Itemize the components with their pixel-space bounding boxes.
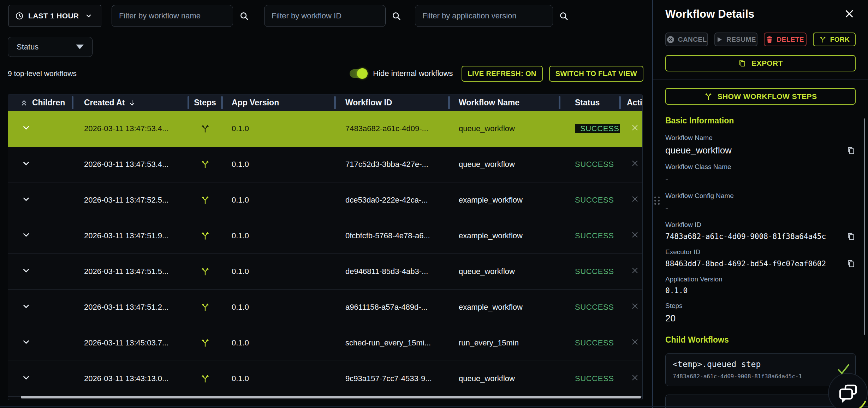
panel-resize-handle[interactable] <box>654 197 660 205</box>
table-row[interactable]: 2026-03-11 13:43:13.0... 0.1.0 9c93a157-… <box>8 361 642 397</box>
dismiss-icon[interactable] <box>630 337 640 346</box>
steps-cell[interactable] <box>188 231 222 241</box>
table-row[interactable]: 2026-03-11 13:47:51.2... 0.1.0 a9611158-… <box>8 290 642 325</box>
copy-icon[interactable] <box>846 146 856 155</box>
column-divider[interactable] <box>619 96 621 109</box>
dismiss-icon[interactable] <box>630 373 640 382</box>
collapse-all-icon[interactable] <box>20 99 28 107</box>
show-workflow-steps-button[interactable]: SHOW WORKFLOW STEPS <box>665 88 856 105</box>
dismiss-icon[interactable] <box>630 230 640 239</box>
time-range-label: LAST 1 HOUR <box>28 12 79 20</box>
expand-children-cell[interactable] <box>8 302 72 313</box>
created-at-cell: 2026-03-11 13:43:13.0... <box>72 374 188 383</box>
expand-children-cell[interactable] <box>8 159 72 170</box>
chevron-down-icon[interactable] <box>22 373 31 382</box>
expand-children-cell[interactable] <box>8 337 72 349</box>
detail-field-value: 0.1.0 <box>665 286 688 295</box>
expand-children-cell[interactable] <box>8 266 72 277</box>
chevron-down-icon <box>85 13 92 19</box>
column-header-app-version[interactable]: App Version <box>222 94 335 111</box>
steps-cell[interactable] <box>188 338 222 348</box>
horizontal-scrollbar[interactable] <box>8 396 642 400</box>
expand-children-cell[interactable] <box>8 230 72 241</box>
basic-information-heading: Basic Information <box>665 116 856 126</box>
column-header-status[interactable]: Status <box>559 94 620 111</box>
dismiss-icon[interactable] <box>630 159 640 168</box>
workflow-id-cell: 7483a682-a61c-4d09-... <box>335 124 449 133</box>
dismiss-icon[interactable] <box>630 123 640 132</box>
steps-cell[interactable] <box>188 374 222 384</box>
search-icon[interactable] <box>559 11 569 21</box>
hide-internal-toggle[interactable] <box>350 69 367 78</box>
flat-view-button[interactable]: SWITCH TO FLAT VIEW <box>549 66 643 82</box>
column-header-actions[interactable]: Actions <box>620 94 643 111</box>
table-row[interactable]: 2026-03-11 13:47:51.5... 0.1.0 de946811-… <box>8 254 642 290</box>
chevron-down-icon[interactable] <box>22 266 31 275</box>
workflow-name-cell: queue_workflow <box>449 160 559 169</box>
steps-cell[interactable] <box>188 159 222 169</box>
detail-field-label: Steps <box>665 302 856 310</box>
app-version-filter-input[interactable] <box>415 5 553 27</box>
dropdown-arrow-icon <box>76 45 84 49</box>
copy-icon[interactable] <box>846 232 856 241</box>
column-header-created-at[interactable]: Created At <box>72 94 188 111</box>
resume-button[interactable]: RESUME <box>714 33 757 46</box>
table-row[interactable]: 2026-03-11 13:47:51.9... 0.1.0 0fcbfcfb-… <box>8 218 642 254</box>
cancel-button[interactable]: CANCEL <box>665 33 708 46</box>
fork-button[interactable]: FORK <box>813 33 856 46</box>
table-row[interactable]: 2026-03-11 13:45:03.7... 0.1.0 sched-run… <box>8 325 642 361</box>
workflow-name-filter-input[interactable] <box>112 5 233 27</box>
detail-field: Workflow Config Name - <box>665 192 856 214</box>
expand-children-cell[interactable] <box>8 194 72 206</box>
dismiss-icon[interactable] <box>630 266 640 275</box>
child-workflow-name: <temp>.queued_step <box>673 360 848 369</box>
dismiss-icon[interactable] <box>630 302 640 311</box>
export-button[interactable]: EXPORT <box>665 55 856 71</box>
close-icon[interactable] <box>844 8 855 19</box>
chevron-down-icon[interactable] <box>22 123 31 132</box>
table-row[interactable]: 2026-03-11 13:47:53.4... 0.1.0 7483a682-… <box>8 111 642 147</box>
fork-branch-icon <box>200 231 210 241</box>
child-workflow-card[interactable]: <temp>.queued_step 7483a682-a61c-4d09-90… <box>665 353 856 386</box>
chevron-down-icon[interactable] <box>22 337 31 346</box>
chevron-down-icon[interactable] <box>22 159 31 168</box>
expand-children-cell[interactable] <box>8 373 72 384</box>
column-header-workflow-name[interactable]: Workflow Name <box>449 94 559 111</box>
workflow-id-cell: sched-run_every_15mi... <box>335 338 449 348</box>
search-icon[interactable] <box>239 11 249 21</box>
column-header-workflow-id[interactable]: Workflow ID <box>335 94 449 111</box>
search-icon[interactable] <box>392 11 402 21</box>
copy-icon[interactable] <box>846 259 856 268</box>
column-divider[interactable] <box>334 96 336 109</box>
column-divider[interactable] <box>72 96 73 109</box>
chat-bubbles-icon <box>828 373 868 408</box>
chat-widget-button[interactable] <box>828 373 868 408</box>
table-row[interactable]: 2026-03-11 13:47:52.5... 0.1.0 dce53da0-… <box>8 182 642 218</box>
dismiss-icon[interactable] <box>630 194 640 204</box>
child-workflow-list: <temp>.queued_step 7483a682-a61c-4d09-90… <box>665 353 856 386</box>
created-at-cell: 2026-03-11 13:45:03.7... <box>72 338 188 348</box>
chevron-down-icon[interactable] <box>22 302 31 311</box>
column-header-steps[interactable]: Steps <box>188 94 222 111</box>
expand-children-cell[interactable] <box>8 123 72 134</box>
chevron-down-icon[interactable] <box>22 230 31 239</box>
delete-button[interactable]: DELETE <box>764 33 807 46</box>
column-divider[interactable] <box>448 96 450 109</box>
vertical-scrollbar-thumb[interactable] <box>864 118 865 335</box>
steps-cell[interactable] <box>188 124 222 134</box>
table-row[interactable]: 2026-03-11 13:47:53.4... 0.1.0 717c52d3-… <box>8 147 642 182</box>
live-refresh-button[interactable]: LIVE REFRESH: ON <box>462 66 543 82</box>
workflow-name-cell: example_workflow <box>449 196 559 205</box>
chevron-down-icon[interactable] <box>22 194 31 204</box>
status-filter-dropdown[interactable]: Status <box>8 37 93 57</box>
column-header-children[interactable]: Children <box>8 94 72 111</box>
steps-cell[interactable] <box>188 195 222 205</box>
steps-cell[interactable] <box>188 302 222 312</box>
column-divider[interactable] <box>559 96 560 109</box>
horizontal-scrollbar-thumb[interactable] <box>21 396 641 398</box>
workflow-id-filter-input[interactable] <box>264 5 386 27</box>
column-divider[interactable] <box>188 96 189 109</box>
time-range-button[interactable]: LAST 1 HOUR <box>8 5 101 27</box>
steps-cell[interactable] <box>188 267 222 276</box>
column-divider[interactable] <box>221 96 223 109</box>
